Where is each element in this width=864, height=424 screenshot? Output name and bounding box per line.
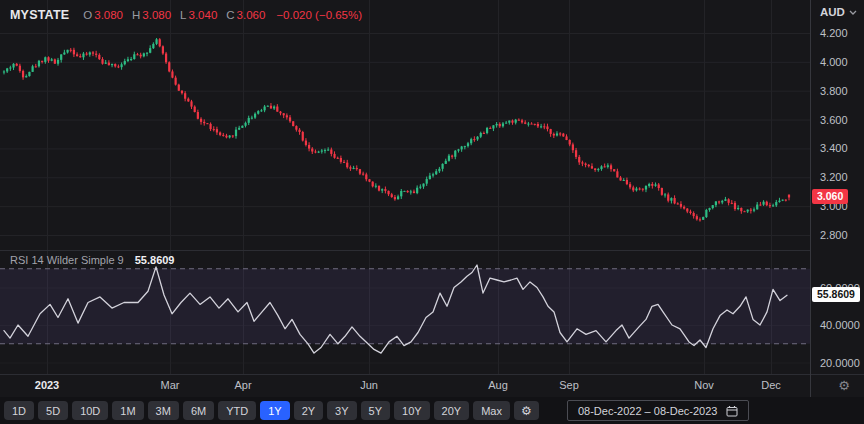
rsi-current-value: 55.8609 bbox=[135, 254, 175, 266]
price-tick: 3.400 bbox=[820, 141, 848, 155]
range-button-1m[interactable]: 1M bbox=[112, 401, 143, 420]
range-button-ytd[interactable]: YTD bbox=[218, 401, 256, 420]
price-tick: 4.200 bbox=[820, 26, 848, 40]
range-button-5y[interactable]: 5Y bbox=[361, 401, 390, 420]
currency-dropdown[interactable]: AUD bbox=[820, 6, 857, 18]
rsi-indicator-label: RSI 14 Wilder Simple 9 55.8609 bbox=[10, 254, 174, 266]
range-button-5d[interactable]: 5D bbox=[38, 401, 68, 420]
price-tick: 4.000 bbox=[820, 55, 848, 69]
range-button-group: 1D5D10D1M3M6MYTD1Y2Y3Y5Y10Y20YMax bbox=[4, 401, 510, 420]
price-tick: 3.800 bbox=[820, 84, 848, 98]
price-change: −0.020 (−0.65%) bbox=[276, 9, 362, 21]
chevron-down-icon bbox=[849, 10, 857, 15]
price-tick: 2.800 bbox=[820, 228, 848, 242]
range-button-20y[interactable]: 20Y bbox=[434, 401, 470, 420]
range-button-3y[interactable]: 3Y bbox=[327, 401, 356, 420]
time-tick-sep: Sep bbox=[559, 379, 579, 391]
range-button-max[interactable]: Max bbox=[473, 401, 510, 420]
range-button-10d[interactable]: 10D bbox=[72, 401, 108, 420]
last-price-badge: 3.060 bbox=[812, 189, 848, 204]
rsi-value-badge: 55.8609 bbox=[812, 287, 860, 302]
time-tick-aug: Aug bbox=[488, 379, 508, 391]
ohlc-low: L3.040 bbox=[180, 9, 217, 21]
calendar-icon bbox=[726, 405, 738, 417]
time-tick-mar: Mar bbox=[161, 379, 180, 391]
price-tick: 3.600 bbox=[820, 113, 848, 127]
symbol-header: MYSTATE O3.080 H3.080 L3.040 C3.060 −0.0… bbox=[10, 8, 362, 22]
rsi-tick: 20.0000 bbox=[820, 356, 860, 370]
ohlc-high: H3.080 bbox=[132, 9, 171, 21]
ohlc-close: C3.060 bbox=[226, 9, 265, 21]
range-button-1y[interactable]: 1Y bbox=[260, 401, 289, 420]
time-tick-2023: 2023 bbox=[35, 379, 59, 391]
range-button-10y[interactable]: 10Y bbox=[394, 401, 430, 420]
price-tick: 3.200 bbox=[820, 170, 848, 184]
time-tick-apr: Apr bbox=[234, 379, 251, 391]
range-button-6m[interactable]: 6M bbox=[183, 401, 214, 420]
symbol-name: MYSTATE bbox=[10, 8, 69, 22]
time-tick-nov: Nov bbox=[694, 379, 714, 391]
time-tick-jun: Jun bbox=[360, 379, 378, 391]
toolbar-settings-gear-icon[interactable]: ⚙ bbox=[514, 401, 539, 420]
range-button-1d[interactable]: 1D bbox=[4, 401, 34, 420]
price-rsi-chart-canvas[interactable] bbox=[0, 0, 810, 374]
rsi-name: RSI 14 Wilder Simple 9 bbox=[10, 254, 124, 266]
time-tick-dec: Dec bbox=[761, 379, 781, 391]
range-button-2y[interactable]: 2Y bbox=[294, 401, 323, 420]
time-axis-scale[interactable]: ⚙ 2023MarAprJunAugSepNovDec bbox=[0, 374, 864, 398]
range-button-3m[interactable]: 3M bbox=[148, 401, 179, 420]
range-toolbar: 1D5D10D1M3M6MYTD1Y2Y3Y5Y10Y20YMax ⚙ 08-D… bbox=[0, 397, 864, 424]
date-range-picker[interactable]: 08-Dec-2022 – 08-Dec-2023 bbox=[567, 400, 749, 421]
ohlc-open: O3.080 bbox=[83, 9, 123, 21]
price-axis-scale[interactable]: AUD 3.060 55.8609 4.2004.0003.8003.6003.… bbox=[810, 0, 864, 397]
rsi-tick: 40.0000 bbox=[820, 318, 860, 332]
trading-chart-app: MYSTATE O3.080 H3.080 L3.040 C3.060 −0.0… bbox=[0, 0, 864, 424]
date-range-text: 08-Dec-2022 – 08-Dec-2023 bbox=[578, 405, 717, 417]
